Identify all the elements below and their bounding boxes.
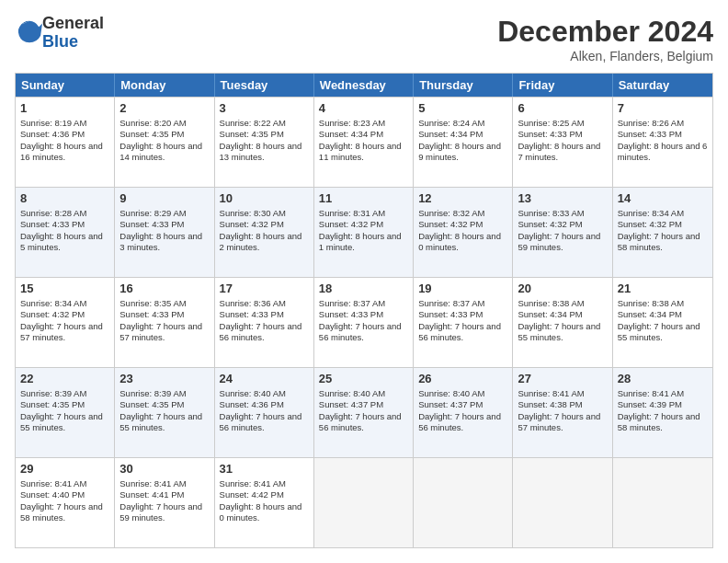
calendar-cell: 22Sunrise: 8:39 AM Sunset: 4:35 PM Dayli… xyxy=(16,368,115,457)
calendar-cell: 17Sunrise: 8:36 AM Sunset: 4:33 PM Dayli… xyxy=(215,278,314,367)
day-number: 8 xyxy=(20,191,109,207)
logo-icon xyxy=(17,18,42,44)
calendar-cell xyxy=(513,458,612,547)
day-info: Sunrise: 8:40 AM Sunset: 4:37 PM Dayligh… xyxy=(418,388,501,432)
day-info: Sunrise: 8:30 AM Sunset: 4:32 PM Dayligh… xyxy=(220,208,302,252)
day-number: 4 xyxy=(319,101,408,117)
calendar-cell: 19Sunrise: 8:37 AM Sunset: 4:33 PM Dayli… xyxy=(414,278,513,367)
day-info: Sunrise: 8:24 AM Sunset: 4:34 PM Dayligh… xyxy=(418,118,501,162)
calendar-cell: 28Sunrise: 8:41 AM Sunset: 4:39 PM Dayli… xyxy=(613,368,712,457)
day-info: Sunrise: 8:25 AM Sunset: 4:33 PM Dayligh… xyxy=(518,118,600,162)
calendar-cell: 24Sunrise: 8:40 AM Sunset: 4:36 PM Dayli… xyxy=(215,368,314,457)
calendar-cell: 9Sunrise: 8:29 AM Sunset: 4:33 PM Daylig… xyxy=(115,188,214,277)
day-info: Sunrise: 8:39 AM Sunset: 4:35 PM Dayligh… xyxy=(20,388,103,432)
calendar-cell: 8Sunrise: 8:28 AM Sunset: 4:33 PM Daylig… xyxy=(16,188,115,277)
header-monday: Monday xyxy=(115,74,214,97)
day-number: 11 xyxy=(319,191,408,207)
calendar-cell xyxy=(613,458,712,547)
calendar-week-1: 1Sunrise: 8:19 AM Sunset: 4:36 PM Daylig… xyxy=(16,97,712,187)
calendar-cell: 23Sunrise: 8:39 AM Sunset: 4:35 PM Dayli… xyxy=(115,368,214,457)
title-block: December 2024 Alken, Flanders, Belgium xyxy=(497,15,713,63)
calendar-cell: 25Sunrise: 8:40 AM Sunset: 4:37 PM Dayli… xyxy=(314,368,414,457)
calendar-cell: 14Sunrise: 8:34 AM Sunset: 4:32 PM Dayli… xyxy=(613,188,712,277)
calendar-cell: 21Sunrise: 8:38 AM Sunset: 4:34 PM Dayli… xyxy=(613,278,712,367)
month-title: December 2024 xyxy=(497,15,713,49)
day-info: Sunrise: 8:28 AM Sunset: 4:33 PM Dayligh… xyxy=(20,208,103,252)
day-info: Sunrise: 8:41 AM Sunset: 4:41 PM Dayligh… xyxy=(119,478,202,523)
calendar-cell: 3Sunrise: 8:22 AM Sunset: 4:35 PM Daylig… xyxy=(215,98,314,187)
calendar-page: General Blue December 2024 Alken, Flande… xyxy=(0,0,728,563)
calendar-cell xyxy=(314,458,414,547)
day-number: 10 xyxy=(220,191,309,207)
calendar-header: Sunday Monday Tuesday Wednesday Thursday… xyxy=(16,74,712,97)
day-info: Sunrise: 8:32 AM Sunset: 4:32 PM Dayligh… xyxy=(418,208,501,252)
calendar-cell: 11Sunrise: 8:31 AM Sunset: 4:32 PM Dayli… xyxy=(314,188,414,277)
day-number: 29 xyxy=(20,462,109,477)
day-info: Sunrise: 8:33 AM Sunset: 4:32 PM Dayligh… xyxy=(518,208,600,252)
calendar-cell: 10Sunrise: 8:30 AM Sunset: 4:32 PM Dayli… xyxy=(215,188,314,277)
day-info: Sunrise: 8:40 AM Sunset: 4:36 PM Dayligh… xyxy=(220,388,302,432)
day-number: 22 xyxy=(20,372,109,387)
calendar-cell: 12Sunrise: 8:32 AM Sunset: 4:32 PM Dayli… xyxy=(414,188,513,277)
day-number: 28 xyxy=(618,372,708,387)
calendar-cell xyxy=(414,458,513,547)
header-saturday: Saturday xyxy=(613,74,712,97)
day-info: Sunrise: 8:40 AM Sunset: 4:37 PM Dayligh… xyxy=(319,388,402,432)
day-number: 25 xyxy=(319,372,408,387)
calendar-week-5: 29Sunrise: 8:41 AM Sunset: 4:40 PM Dayli… xyxy=(16,457,712,547)
day-number: 26 xyxy=(418,372,507,387)
day-info: Sunrise: 8:31 AM Sunset: 4:32 PM Dayligh… xyxy=(319,208,402,252)
day-number: 27 xyxy=(518,372,607,387)
calendar-cell: 1Sunrise: 8:19 AM Sunset: 4:36 PM Daylig… xyxy=(16,98,115,187)
calendar: Sunday Monday Tuesday Wednesday Thursday… xyxy=(15,73,713,548)
day-info: Sunrise: 8:34 AM Sunset: 4:32 PM Dayligh… xyxy=(20,298,103,342)
calendar-week-4: 22Sunrise: 8:39 AM Sunset: 4:35 PM Dayli… xyxy=(16,367,712,457)
day-info: Sunrise: 8:35 AM Sunset: 4:33 PM Dayligh… xyxy=(119,298,202,342)
header-tuesday: Tuesday xyxy=(215,74,314,97)
logo-blue: Blue xyxy=(42,32,78,51)
day-number: 16 xyxy=(119,282,209,297)
day-number: 14 xyxy=(618,191,708,207)
logo-text: General Blue xyxy=(42,15,104,52)
calendar-cell: 26Sunrise: 8:40 AM Sunset: 4:37 PM Dayli… xyxy=(414,368,513,457)
day-info: Sunrise: 8:26 AM Sunset: 4:33 PM Dayligh… xyxy=(618,118,708,162)
logo: General Blue xyxy=(15,15,104,52)
calendar-week-2: 8Sunrise: 8:28 AM Sunset: 4:33 PM Daylig… xyxy=(16,187,712,277)
calendar-cell: 6Sunrise: 8:25 AM Sunset: 4:33 PM Daylig… xyxy=(513,98,612,187)
day-number: 6 xyxy=(518,101,607,117)
calendar-cell: 20Sunrise: 8:38 AM Sunset: 4:34 PM Dayli… xyxy=(513,278,612,367)
day-number: 15 xyxy=(20,282,109,297)
header-thursday: Thursday xyxy=(414,74,513,97)
day-number: 18 xyxy=(319,282,408,297)
calendar-week-3: 15Sunrise: 8:34 AM Sunset: 4:32 PM Dayli… xyxy=(16,277,712,367)
day-info: Sunrise: 8:20 AM Sunset: 4:35 PM Dayligh… xyxy=(119,118,202,162)
day-info: Sunrise: 8:29 AM Sunset: 4:33 PM Dayligh… xyxy=(119,208,202,252)
day-info: Sunrise: 8:34 AM Sunset: 4:32 PM Dayligh… xyxy=(618,208,700,252)
day-number: 1 xyxy=(20,101,109,117)
location: Alken, Flanders, Belgium xyxy=(497,49,713,63)
day-number: 13 xyxy=(518,191,607,207)
day-number: 21 xyxy=(618,282,708,297)
logo-general: General xyxy=(42,14,104,32)
day-info: Sunrise: 8:36 AM Sunset: 4:33 PM Dayligh… xyxy=(220,298,302,342)
day-info: Sunrise: 8:38 AM Sunset: 4:34 PM Dayligh… xyxy=(518,298,600,342)
day-number: 9 xyxy=(119,191,209,207)
day-number: 3 xyxy=(220,101,309,117)
day-number: 12 xyxy=(418,191,507,207)
day-number: 20 xyxy=(518,282,607,297)
calendar-cell: 15Sunrise: 8:34 AM Sunset: 4:32 PM Dayli… xyxy=(16,278,115,367)
day-number: 7 xyxy=(618,101,708,117)
day-number: 23 xyxy=(119,372,209,387)
day-info: Sunrise: 8:41 AM Sunset: 4:38 PM Dayligh… xyxy=(518,388,600,432)
day-number: 31 xyxy=(220,462,309,477)
calendar-cell: 13Sunrise: 8:33 AM Sunset: 4:32 PM Dayli… xyxy=(513,188,612,277)
calendar-cell: 18Sunrise: 8:37 AM Sunset: 4:33 PM Dayli… xyxy=(314,278,414,367)
day-info: Sunrise: 8:37 AM Sunset: 4:33 PM Dayligh… xyxy=(418,298,501,342)
day-info: Sunrise: 8:41 AM Sunset: 4:42 PM Dayligh… xyxy=(220,478,302,523)
day-info: Sunrise: 8:22 AM Sunset: 4:35 PM Dayligh… xyxy=(220,118,302,162)
day-number: 5 xyxy=(418,101,507,117)
calendar-cell: 29Sunrise: 8:41 AM Sunset: 4:40 PM Dayli… xyxy=(16,458,115,547)
header-wednesday: Wednesday xyxy=(314,74,414,97)
day-info: Sunrise: 8:37 AM Sunset: 4:33 PM Dayligh… xyxy=(319,298,402,342)
calendar-cell: 4Sunrise: 8:23 AM Sunset: 4:34 PM Daylig… xyxy=(314,98,414,187)
